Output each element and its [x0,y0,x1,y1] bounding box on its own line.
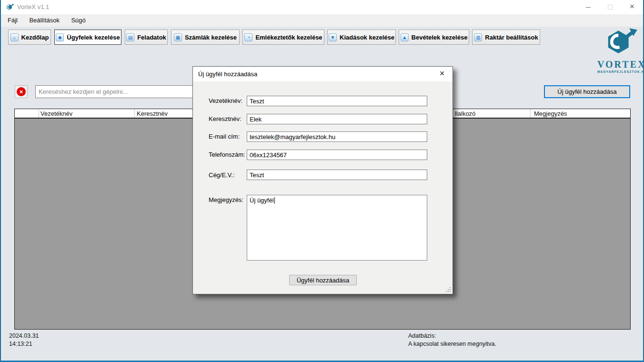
invoices-icon: ▦ [174,33,182,41]
tasks-icon: ▤ [126,33,134,41]
menu-help[interactable]: Súgó [66,14,90,26]
firstname-field[interactable] [247,114,427,124]
comment-text: Új ügyfél [250,197,274,204]
nav-home-button[interactable]: ⌂ Kezdőlap [8,30,51,45]
nav-income-button[interactable]: ▲ Bevételek kezelése [399,30,469,45]
search-input[interactable] [35,85,209,98]
col-header-megjegyzes[interactable]: Megjegyzés [534,110,567,117]
submit-client-button[interactable]: Ügyfél hozzáadása [289,275,357,285]
close-button[interactable]: × [621,0,643,14]
nav-clients-label: Ügyfelek kezelése [67,34,120,41]
app-window: VorteX v1.1 × Fájl Beállítások Súgó ⌂ Ke… [0,0,644,362]
home-icon: ⌂ [10,33,19,41]
maximize-button[interactable] [599,0,621,14]
company-field[interactable] [247,170,427,180]
resize-grip[interactable] [445,286,451,292]
menu-file[interactable]: Fájl [3,14,22,26]
reminders-icon: ◔ [244,33,252,41]
email-label: E-mail cím: [209,133,240,140]
vortex-logo: VORTEX MAGYARFEJLESZTOK.HU [597,27,644,73]
status-time: 14:13:21 [9,340,39,348]
clear-search-icon: × [17,87,26,96]
nav-expenses-label: Kiadások kezelése [340,34,394,41]
text-caret [274,197,275,204]
nav-reminders-label: Emlékeztetők kezelése [255,34,322,41]
minimize-button[interactable] [577,0,599,14]
status-db-message: A kapcsolat sikeresen megnyitva. [408,340,496,348]
column-divider[interactable] [39,109,39,118]
clear-search-button[interactable]: × [15,85,28,98]
logo-tagline: MAGYARFEJLESZTOK.HU [597,70,644,73]
status-db-label: Adatbázis: [408,332,496,340]
titlebar[interactable]: VorteX v1.1 × [1,0,643,14]
firstname-label: Keresztnév: [209,115,242,122]
maximize-icon [608,5,613,10]
nav-clients-button[interactable]: ☻ Ügyfelek kezelése [54,30,121,45]
minimize-icon [586,7,591,8]
menu-settings[interactable]: Beállítások [24,14,64,26]
col-header-keresztnev[interactable]: Keresztnév [137,110,168,117]
logo-brand-text: VORTEX [597,59,644,70]
email-field[interactable] [247,131,427,142]
nav-home-label: Kezdőlap [21,34,49,41]
dialog-titlebar[interactable]: Új ügyfél hozzáadása × [193,67,453,81]
nav-invoices-label: Számlák kezelése [185,34,237,41]
status-database: Adatbázis: A kapcsolat sikeresen megnyit… [408,332,496,348]
col-header-vallalkozo[interactable]: llalkozó [455,110,475,117]
add-client-dialog: Új ügyfél hozzáadása × Vezetéknév: Keres… [192,66,453,294]
nav-reminders-button[interactable]: ◔ Emlékeztetők kezelése [242,30,324,45]
nav-invoices-button[interactable]: ▦ Számlák kezelése [171,30,240,45]
warehouse-icon: ▥ [474,33,482,41]
nav-expenses-button[interactable]: ▼ Kiadások kezelése [327,30,396,45]
nav-income-label: Bevételek kezelése [412,34,468,41]
column-divider[interactable] [530,109,531,118]
dialog-title: Új ügyfél hozzáadása [198,70,257,78]
comment-textarea[interactable]: Új ügyfél [247,195,427,261]
comment-label: Megjegyzés: [209,196,243,203]
income-icon: ▲ [401,33,409,41]
phone-label: Telefonszám: [209,151,245,158]
add-client-button[interactable]: Új ügyfél hozzáadása [544,85,630,98]
vortex-logo-icon [603,27,639,58]
nav-tasks-label: Feladatok [137,34,166,41]
window-title: VorteX v1.1 [17,3,49,10]
dialog-close-icon[interactable]: × [437,69,447,79]
col-header-vezeteknev[interactable]: Vezetéknév [40,110,72,117]
lastname-field[interactable] [247,96,427,106]
nav-tasks-button[interactable]: ▤ Feladatok [125,30,168,45]
expenses-icon: ▼ [329,33,337,41]
company-label: Cég/E.V.: [209,171,234,179]
status-datetime: 2024.03.31 14:13:21 [9,332,39,348]
lastname-label: Vezetéknév: [209,97,242,104]
nav-warehouse-label: Raktár beállítások [485,34,538,41]
menubar: Fájl Beállítások Súgó [1,14,643,27]
phone-field[interactable] [247,150,427,160]
status-date: 2024.03.31 [9,332,39,340]
clients-icon: ☻ [56,33,64,41]
column-divider[interactable] [134,109,135,118]
app-logo-icon [6,3,14,11]
nav-warehouse-button[interactable]: ▥ Raktár beállítások [472,30,540,45]
